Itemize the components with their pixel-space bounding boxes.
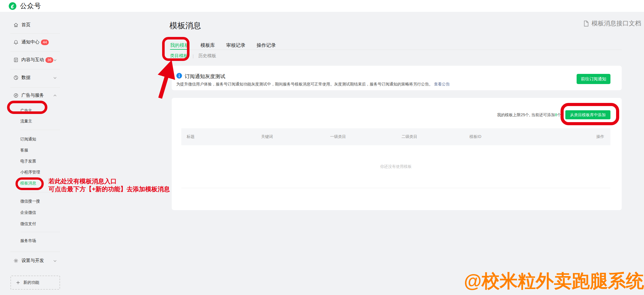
divider: [10, 87, 60, 88]
notice-body: 为提升微信用户体验，服务号订阅通知功能灰度测试中，期间服务号模板消息可正常使用。…: [176, 82, 450, 87]
chevron-up-icon[interactable]: [52, 93, 58, 98]
sidebar: 首页 通知中心 44 内容与互动 36 数据 广告与服务 广告主 流量主 订阅通…: [0, 12, 85, 295]
chevron-down-icon[interactable]: [52, 258, 58, 263]
tab-template-library[interactable]: 模板库: [200, 42, 215, 49]
tab-divider-line: [169, 50, 622, 50]
sidebar-item-label: 广告与服务: [21, 93, 44, 98]
view-announcement-link[interactable]: 查看公告: [434, 82, 450, 86]
column-keywords: 关键词: [261, 134, 330, 139]
divider: [10, 33, 60, 34]
divider: [10, 69, 60, 69]
sidebar-item-template-message[interactable]: 模板消息: [20, 180, 36, 186]
quota-suffix: 个: [557, 113, 561, 117]
chevron-down-icon[interactable]: [52, 58, 58, 63]
template-api-doc-link[interactable]: 模板消息接口文档: [583, 19, 641, 28]
tab-my-templates[interactable]: 我的模板: [170, 42, 189, 49]
divider: [181, 188, 610, 188]
notice-body-text: 为提升微信用户体验，服务号订阅通知功能灰度测试中，期间服务号模板消息可正常使用。…: [176, 82, 433, 86]
goto-subscribe-notice-button[interactable]: 前往订阅通知: [577, 74, 610, 84]
sidebar-item-e-invoice[interactable]: 电子发票: [20, 158, 36, 164]
quota-remaining: 8: [555, 113, 557, 117]
sidebar-item-customer-service[interactable]: 客服: [20, 148, 28, 153]
quota-prefix: 我的模板上限25个, 当前还可添加: [497, 113, 555, 117]
home-icon: [13, 22, 19, 28]
tab-bar: 我的模板 模板库 审核记录 操作记录: [170, 42, 276, 49]
top-header: 公众号: [0, 0, 644, 12]
add-from-category-library-button[interactable]: 从类目模板库中添加: [565, 110, 610, 119]
notification-badge: 44: [41, 39, 49, 45]
data-pie-icon: [13, 75, 19, 80]
sidebar-item-data[interactable]: 数据: [13, 75, 30, 81]
gear-icon: [13, 258, 19, 263]
doc-link-label: 模板消息接口文档: [592, 19, 641, 28]
column-title: 标题: [187, 134, 261, 139]
sidebar-item-label: 数据: [21, 75, 30, 81]
sidebar-item-miniprogram-mgmt[interactable]: 小程序管理: [20, 169, 40, 175]
sidebar-item-wechat-pay[interactable]: 微信支付: [20, 221, 36, 226]
sidebar-item-subscribe-notice[interactable]: 订阅通知: [20, 137, 36, 142]
sidebar-item-ads-services[interactable]: 广告与服务: [13, 93, 44, 98]
annotation-note-line2: 可点击最下方【+新的功能】去添加模板消息: [48, 185, 170, 193]
sidebar-item-label: 首页: [21, 22, 30, 28]
divider: [10, 51, 60, 52]
sidebar-item-label: 设置与开发: [21, 258, 44, 264]
plus-icon: [16, 280, 21, 285]
sidebar-item-label: 通知中心: [21, 39, 39, 45]
column-secondary-category: 二级类目: [402, 134, 469, 139]
content-doc-icon: [13, 57, 19, 63]
divider: [20, 130, 60, 130]
sidebar-item-notification-center[interactable]: 通知中心 44: [13, 39, 49, 45]
sidebar-item-service-market[interactable]: 服务市场: [20, 238, 36, 243]
divider: [10, 252, 60, 252]
column-primary-category: 一级类目: [330, 134, 402, 139]
sidebar-item-traffic-owner[interactable]: 流量主: [20, 118, 32, 124]
sidebar-item-home[interactable]: 首页: [13, 22, 30, 28]
subtab-category-templates[interactable]: 类目模板: [170, 53, 188, 59]
bell-icon: [13, 39, 19, 45]
info-icon: [176, 73, 182, 79]
table-header-row: 标题 关键词 一级类目 二级类目 模板ID 操作: [181, 128, 610, 145]
document-icon: [583, 20, 590, 27]
sidebar-item-wechat-search[interactable]: 微信搜一搜: [20, 199, 40, 204]
empty-state-text: 你还没有使用模板: [181, 145, 610, 188]
sidebar-item-wecom[interactable]: 企业微信: [20, 210, 36, 215]
template-quota-text: 我的模板上限25个, 当前还可添加8个: [497, 113, 561, 118]
divider: [20, 232, 60, 232]
subtab-bar: 类目模板 | 历史模板: [170, 53, 216, 59]
subtab-separator: |: [193, 54, 194, 58]
column-actions: 操作: [587, 134, 604, 139]
sidebar-item-content-interaction[interactable]: 内容与互动 36: [13, 57, 53, 63]
sidebar-item-settings-dev[interactable]: 设置与开发: [13, 258, 44, 264]
sidebar-item-label: 内容与互动: [21, 57, 44, 63]
watermark-text: @校米粒外卖跑腿系统: [464, 269, 644, 293]
notice-title: 订阅通知灰度测试: [185, 73, 225, 80]
column-template-id: 模板ID: [469, 134, 587, 139]
annotation-note-line1: 若此处没有模板消息入口: [48, 177, 170, 185]
tab-review-records[interactable]: 审核记录: [226, 42, 245, 49]
my-templates-card: 我的模板上限25个, 当前还可添加8个 从类目模板库中添加 标题 关键词 一级类…: [172, 98, 622, 210]
page-title: 模板消息: [169, 20, 201, 31]
subscribe-notice-banner: 订阅通知灰度测试 为提升微信用户体验，服务号订阅通知功能灰度测试中，期间服务号模…: [172, 66, 622, 90]
subtab-history-templates[interactable]: 历史模板: [198, 53, 216, 59]
annotation-note-text: 若此处没有模板消息入口 可点击最下方【+新的功能】去添加模板消息: [48, 177, 170, 193]
tab-operation-records[interactable]: 操作记录: [257, 42, 276, 49]
new-feature-label: 新的功能: [23, 280, 39, 285]
compass-icon: [13, 93, 19, 98]
chevron-down-icon[interactable]: [52, 75, 58, 80]
sidebar-item-advertiser[interactable]: 广告主: [20, 108, 32, 113]
new-feature-button[interactable]: 新的功能: [10, 276, 60, 290]
official-account-logo-icon: [8, 2, 17, 10]
app-title: 公众号: [20, 1, 41, 10]
